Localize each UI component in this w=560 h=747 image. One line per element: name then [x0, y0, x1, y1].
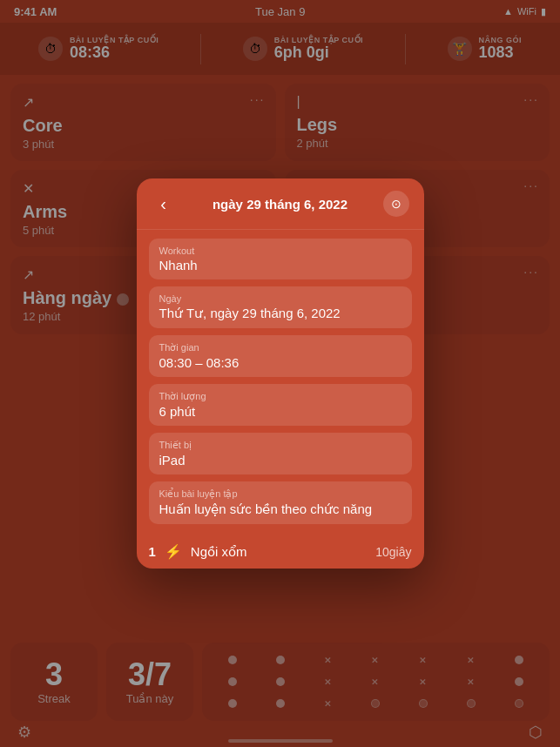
field-workout: Workout Nhanh: [149, 239, 412, 279]
field-value-thietbi: iPad: [159, 453, 401, 468]
modal-body: Workout Nhanh Ngày Thứ Tư, ngày 29 tháng…: [137, 230, 424, 535]
field-kieu: Kiểu bài luyện tập Huấn luyện sức bền th…: [149, 481, 412, 524]
field-value-workout: Nhanh: [159, 258, 401, 273]
field-label-thoigian: Thời gian: [159, 342, 401, 353]
modal-back-button[interactable]: ‹: [151, 191, 177, 217]
modal-share-button[interactable]: ⊙: [383, 191, 409, 217]
field-value-thoigian: 08:30 – 08:36: [159, 355, 401, 370]
modal-title: ngày 29 tháng 6, 2022: [213, 197, 347, 212]
exercise-row[interactable]: 1 ⚡ Ngồi xổm 10giây: [137, 535, 424, 569]
field-ngay: Ngày Thứ Tư, ngày 29 tháng 6, 2022: [149, 286, 412, 328]
field-label-kieu: Kiểu bài luyện tập: [159, 488, 401, 500]
field-label-ngay: Ngày: [159, 293, 401, 304]
field-thoiluong: Thời lượng 6 phút: [149, 384, 412, 426]
exercise-name: Ngồi xổm: [191, 544, 367, 560]
field-thietbi: Thiết bị iPad: [149, 433, 412, 474]
exercise-number: 1: [149, 544, 156, 559]
field-label-thoiluong: Thời lượng: [159, 391, 401, 402]
field-value-kieu: Huấn luyện sức bền theo chức năng: [159, 501, 401, 517]
field-label-workout: Workout: [159, 246, 401, 256]
field-value-ngay: Thứ Tư, ngày 29 tháng 6, 2022: [159, 306, 401, 321]
exercise-icon: ⚡: [165, 543, 182, 560]
exercise-duration: 10giây: [375, 545, 411, 559]
field-value-thoiluong: 6 phút: [159, 404, 401, 419]
field-label-thietbi: Thiết bị: [159, 440, 401, 451]
field-thoigian: Thời gian 08:30 – 08:36: [149, 335, 412, 377]
modal-header: ‹ ngày 29 tháng 6, 2022 ⊙: [137, 178, 424, 230]
workout-detail-modal: ‹ ngày 29 tháng 6, 2022 ⊙ Workout Nhanh …: [137, 178, 424, 569]
modal-overlay[interactable]: ‹ ngày 29 tháng 6, 2022 ⊙ Workout Nhanh …: [0, 0, 560, 747]
